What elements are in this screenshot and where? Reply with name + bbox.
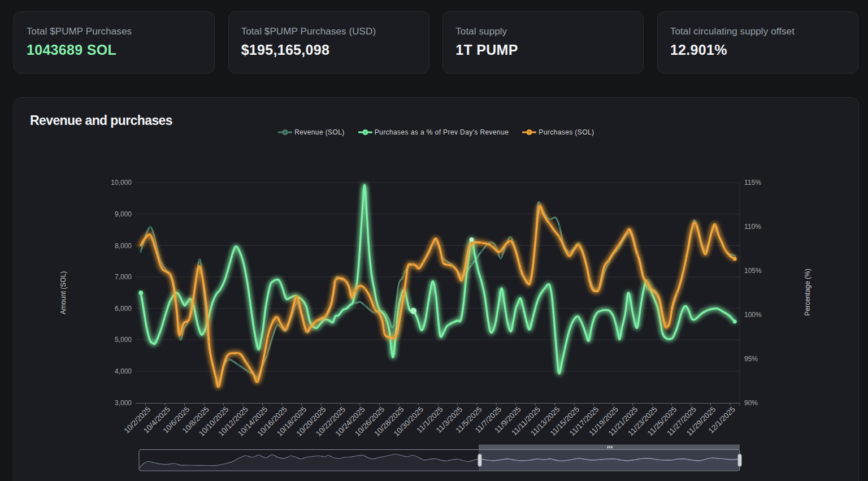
svg-text:9,000: 9,000 bbox=[115, 210, 132, 218]
svg-text:Percentage (%): Percentage (%) bbox=[804, 268, 811, 315]
svg-text:110%: 110% bbox=[744, 223, 761, 231]
svg-text:95%: 95% bbox=[744, 355, 758, 363]
svg-text:10,000: 10,000 bbox=[111, 179, 132, 187]
svg-text:7,000: 7,000 bbox=[115, 273, 132, 281]
svg-text:8,000: 8,000 bbox=[115, 242, 132, 250]
svg-text:90%: 90% bbox=[744, 399, 758, 407]
svg-text:115%: 115% bbox=[744, 179, 761, 187]
svg-text:4,000: 4,000 bbox=[115, 367, 132, 375]
svg-text:5,000: 5,000 bbox=[115, 336, 132, 344]
svg-text:3,000: 3,000 bbox=[115, 399, 132, 407]
svg-text:105%: 105% bbox=[744, 267, 762, 275]
svg-text:6,000: 6,000 bbox=[115, 305, 132, 313]
svg-text:100%: 100% bbox=[744, 311, 762, 319]
svg-text:Amount (SOL): Amount (SOL) bbox=[59, 271, 67, 315]
